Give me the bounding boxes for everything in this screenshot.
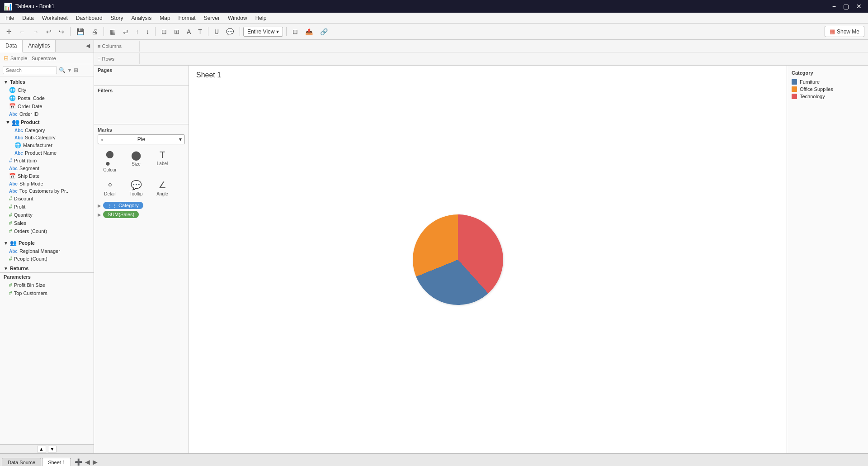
category-pill[interactable]: ⋮⋮ Category — [103, 202, 143, 209]
panel-scroll-controls: ▲ ▼ — [0, 444, 94, 453]
tables-toggle[interactable]: ▼ — [4, 80, 8, 85]
prev-sheet-icon[interactable]: ◀ — [84, 457, 91, 466]
abc-icon: Abc — [14, 135, 23, 140]
toolbar-crosshair[interactable]: ✛ — [4, 26, 14, 37]
menu-server[interactable]: Server — [200, 14, 223, 22]
marks-type-dropdown[interactable]: ● Pie ▾ — [98, 134, 185, 144]
legend-item-furniture[interactable]: Furniture — [792, 79, 863, 85]
menu-format[interactable]: Format — [175, 14, 199, 22]
minimize-button[interactable]: − — [830, 3, 839, 10]
toolbar-fixedsize[interactable]: ⊟ — [290, 26, 301, 37]
menu-map[interactable]: Map — [156, 14, 174, 22]
data-source[interactable]: ⊞ Sample - Superstore — [0, 52, 94, 64]
pill-expand[interactable]: ▶ — [98, 212, 101, 217]
workspace: ≡ Columns ≡ Rows Pages Filters — [94, 40, 868, 453]
tooltip-button[interactable]: 💬 Tooltip — [124, 178, 148, 198]
view-dropdown[interactable]: Entire View ▾ — [243, 27, 283, 37]
menu-worksheet[interactable]: Worksheet — [38, 14, 71, 22]
menu-story[interactable]: Story — [107, 14, 127, 22]
filter-icon[interactable]: ▼ — [67, 67, 72, 73]
field-top-customers[interactable]: Abc Top Customers by Pr... — [0, 187, 94, 195]
toolbar-back[interactable]: ← — [16, 26, 28, 37]
toolbar-tooltip[interactable]: 💬 — [223, 26, 236, 37]
toolbar-sort-asc[interactable]: ↑ — [133, 26, 142, 37]
field-ship-date[interactable]: 📅 Ship Date — [0, 172, 94, 180]
field-city[interactable]: 🌐 City — [0, 86, 94, 94]
scroll-down[interactable]: ▼ — [48, 446, 57, 452]
toolbar-fit-rows[interactable]: ⊡ — [159, 26, 170, 37]
menu-dashboard[interactable]: Dashboard — [72, 14, 106, 22]
toolbar-publish[interactable]: 📤 — [302, 26, 316, 37]
tab-datasource[interactable]: Data Source — [2, 458, 41, 466]
columns-content[interactable] — [139, 41, 868, 52]
product-group[interactable]: ▼ 👥 Product — [0, 118, 94, 127]
tab-data[interactable]: Data — [0, 40, 23, 52]
menu-file[interactable]: File — [2, 14, 18, 22]
field-regional-manager[interactable]: Abc Regional Manager — [0, 247, 94, 255]
search-icon[interactable]: 🔍 — [59, 67, 66, 73]
maximize-button[interactable]: ▢ — [840, 3, 852, 10]
scroll-up[interactable]: ▲ — [37, 446, 46, 452]
colour-button[interactable]: ⬤⬤ Colour — [98, 148, 122, 174]
param-top-customers[interactable]: # Top Customers — [0, 289, 94, 297]
field-orders-count[interactable]: # Orders (Count) — [0, 227, 94, 235]
field-profit-bin[interactable]: # Profit (bin) — [0, 157, 94, 165]
filters-content[interactable] — [98, 95, 185, 122]
toolbar-undo[interactable]: ↩ — [43, 26, 54, 37]
toolbar-forward[interactable]: → — [30, 26, 42, 37]
close-button[interactable]: ✕ — [854, 3, 864, 10]
menu-window[interactable]: Window — [224, 14, 251, 22]
toolbar-grid[interactable]: ▦ — [107, 26, 118, 37]
field-order-date[interactable]: 📅 Order Date — [0, 102, 94, 110]
field-quantity[interactable]: # Quantity — [0, 211, 94, 219]
grid-icon[interactable]: ⊞ — [74, 67, 78, 73]
toolbar-label[interactable]: A — [184, 26, 193, 37]
toolbar-text[interactable]: T — [195, 26, 205, 37]
toolbar-underline[interactable]: U̲ — [212, 26, 222, 37]
returns-toggle[interactable]: ▼ — [4, 266, 8, 271]
menu-analysis[interactable]: Analysis — [128, 14, 156, 22]
legend-item-office[interactable]: Office Supplies — [792, 86, 863, 92]
people-toggle[interactable]: ▼ — [4, 241, 8, 246]
field-postal-code[interactable]: 🌐 Postal Code — [0, 94, 94, 102]
toolbar-share[interactable]: 🔗 — [317, 26, 330, 37]
pages-content[interactable] — [98, 75, 185, 84]
toolbar-save[interactable]: 💾 — [74, 26, 87, 37]
next-sheet-icon[interactable]: ▶ — [92, 457, 99, 466]
rows-content[interactable] — [139, 53, 868, 64]
group-icon: 👥 — [12, 119, 19, 126]
field-order-id[interactable]: Abc Order ID — [0, 110, 94, 118]
field-category[interactable]: Abc Category — [0, 127, 94, 134]
returns-header: ▼ Returns — [0, 263, 94, 272]
pill-expand[interactable]: ▶ — [98, 203, 101, 208]
field-sales[interactable]: # Sales — [0, 219, 94, 227]
detail-button[interactable]: ⚬ Detail — [98, 178, 122, 198]
field-subcategory[interactable]: Abc Sub-Category — [0, 134, 94, 141]
tab-sheet1[interactable]: Sheet 1 — [42, 458, 71, 466]
sales-pill[interactable]: SUM(Sales) — [103, 211, 139, 218]
field-discount[interactable]: # Discount — [0, 195, 94, 203]
field-segment[interactable]: Abc Segment — [0, 165, 94, 172]
toolbar-sort-desc[interactable]: ↓ — [143, 26, 152, 37]
toolbar-swap[interactable]: ⇄ — [120, 26, 131, 37]
new-sheet-icon[interactable]: ➕ — [74, 457, 83, 466]
menu-help[interactable]: Help — [252, 14, 270, 22]
field-product-name[interactable]: Abc Product Name — [0, 149, 94, 157]
menu-data[interactable]: Data — [19, 14, 37, 22]
tab-analytics[interactable]: Analytics — [23, 40, 56, 52]
angle-button[interactable]: ∠ Angle — [150, 178, 175, 198]
panel-collapse[interactable]: ◀ — [82, 40, 94, 52]
legend-item-technology[interactable]: Technology — [792, 94, 863, 99]
search-input[interactable] — [3, 66, 57, 74]
toolbar-redo[interactable]: ↪ — [56, 26, 67, 37]
field-manufacturer[interactable]: 🌐 Manufacturer — [0, 141, 94, 149]
size-button[interactable]: ⬤ Size — [124, 148, 148, 174]
label-button[interactable]: T Label — [150, 148, 175, 174]
field-ship-mode[interactable]: Abc Ship Mode — [0, 180, 94, 187]
toolbar-print[interactable]: 🖨 — [89, 26, 100, 37]
toolbar-fit-cols[interactable]: ⊞ — [171, 26, 182, 37]
field-profit[interactable]: # Profit — [0, 203, 94, 211]
show-me-button[interactable]: ▦ Show Me — [825, 26, 864, 37]
field-people-count[interactable]: # People (Count) — [0, 255, 94, 263]
param-profit-bin-size[interactable]: # Profit Bin Size — [0, 281, 94, 289]
